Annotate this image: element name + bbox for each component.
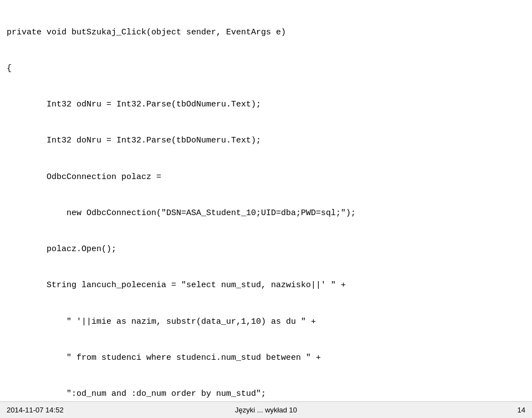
code-area: private void butSzukaj_Click(object send…	[0, 0, 532, 418]
code-line-7: polacz.Open();	[7, 243, 525, 256]
status-bar: 2014-11-07 14:52 Języki ... wykład 10 14	[0, 401, 532, 418]
code-line-4: Int32 doNru = Int32.Parse(tbDoNumeru.Tex…	[7, 135, 525, 147]
status-title: Języki ... wykład 10	[180, 406, 352, 414]
code-line-10: " from studenci where studenci.num_stud …	[7, 352, 525, 364]
code-line-6: new OdbcConnection("DSN=ASA_Student_10;U…	[7, 207, 525, 220]
code-line-5: OdbcConnection polacz =	[7, 171, 525, 183]
code-line-1: private void butSzukaj_Click(object send…	[7, 27, 525, 39]
status-page: 14	[352, 406, 525, 414]
code-line-3: Int32 odNru = Int32.Parse(tbOdNumeru.Tex…	[7, 99, 525, 111]
code-line-9: " '||imie as nazim, substr(data_ur,1,10)…	[7, 316, 525, 328]
code-line-2: {	[7, 63, 525, 75]
code-line-11: ":od_num and :do_num order by num_stud";	[7, 388, 525, 400]
status-datetime: 2014-11-07 14:52	[7, 406, 180, 414]
code-line-8: String lancuch_polecenia = "select num_s…	[7, 279, 525, 292]
